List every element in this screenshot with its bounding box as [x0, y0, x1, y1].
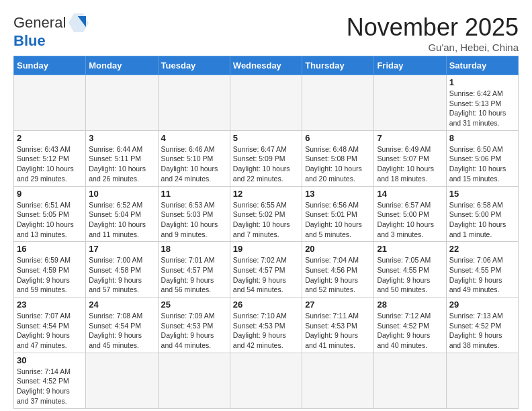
table-row: 8Sunrise: 6:50 AM Sunset: 5:06 PM Daylig…	[446, 130, 518, 186]
table-row: 23Sunrise: 7:07 AM Sunset: 4:54 PM Dayli…	[14, 298, 86, 353]
table-row	[374, 75, 446, 131]
table-row: 17Sunrise: 7:00 AM Sunset: 4:58 PM Dayli…	[86, 242, 158, 298]
table-row	[446, 353, 518, 408]
table-row: 28Sunrise: 7:12 AM Sunset: 4:52 PM Dayli…	[374, 298, 446, 353]
table-row: 14Sunrise: 6:57 AM Sunset: 5:00 PM Dayli…	[374, 186, 446, 242]
table-row: 1Sunrise: 6:42 AM Sunset: 5:13 PM Daylig…	[446, 75, 518, 131]
col-monday: Monday	[86, 56, 158, 75]
table-row: 11Sunrise: 6:53 AM Sunset: 5:03 PM Dayli…	[158, 186, 230, 242]
table-row: 4Sunrise: 6:46 AM Sunset: 5:10 PM Daylig…	[158, 130, 230, 186]
table-row: 3Sunrise: 6:44 AM Sunset: 5:11 PM Daylig…	[86, 130, 158, 186]
table-row	[158, 353, 230, 408]
table-row: 15Sunrise: 6:58 AM Sunset: 5:00 PM Dayli…	[446, 186, 518, 242]
table-row: 18Sunrise: 7:01 AM Sunset: 4:57 PM Dayli…	[158, 242, 230, 298]
table-row	[302, 353, 374, 408]
logo: General Blue	[13, 13, 89, 50]
table-row	[86, 75, 158, 131]
table-row: 9Sunrise: 6:51 AM Sunset: 5:05 PM Daylig…	[14, 186, 86, 242]
col-wednesday: Wednesday	[230, 56, 302, 75]
table-row: 10Sunrise: 6:52 AM Sunset: 5:04 PM Dayli…	[86, 186, 158, 242]
calendar-table: Sunday Monday Tuesday Wednesday Thursday…	[13, 56, 519, 409]
location: Gu'an, Hebei, China	[347, 42, 519, 53]
table-row	[230, 75, 302, 131]
table-row: 16Sunrise: 6:59 AM Sunset: 4:59 PM Dayli…	[14, 242, 86, 298]
table-row	[230, 353, 302, 408]
table-row: 29Sunrise: 7:13 AM Sunset: 4:52 PM Dayli…	[446, 298, 518, 353]
table-row: 25Sunrise: 7:09 AM Sunset: 4:53 PM Dayli…	[158, 298, 230, 353]
calendar-header-row: Sunday Monday Tuesday Wednesday Thursday…	[14, 56, 519, 75]
table-row: 20Sunrise: 7:04 AM Sunset: 4:56 PM Dayli…	[302, 242, 374, 298]
table-row: 26Sunrise: 7:10 AM Sunset: 4:53 PM Dayli…	[230, 298, 302, 353]
table-row	[14, 75, 86, 131]
logo-blue-text: Blue	[13, 32, 46, 49]
table-row	[158, 75, 230, 131]
page-header: General Blue November 2025 Gu'an, Hebei,…	[13, 13, 519, 53]
col-friday: Friday	[374, 56, 446, 75]
table-row: 5Sunrise: 6:47 AM Sunset: 5:09 PM Daylig…	[230, 130, 302, 186]
table-row	[374, 353, 446, 408]
table-row: 12Sunrise: 6:55 AM Sunset: 5:02 PM Dayli…	[230, 186, 302, 242]
col-saturday: Saturday	[446, 56, 518, 75]
table-row: 21Sunrise: 7:05 AM Sunset: 4:55 PM Dayli…	[374, 242, 446, 298]
month-title: November 2025	[347, 13, 519, 42]
logo-text: General	[13, 14, 66, 32]
table-row: 7Sunrise: 6:49 AM Sunset: 5:07 PM Daylig…	[374, 130, 446, 186]
table-row: 6Sunrise: 6:48 AM Sunset: 5:08 PM Daylig…	[302, 130, 374, 186]
col-tuesday: Tuesday	[158, 56, 230, 75]
title-block: November 2025 Gu'an, Hebei, China	[347, 13, 519, 53]
col-sunday: Sunday	[14, 56, 86, 75]
table-row: 30Sunrise: 7:14 AM Sunset: 4:52 PM Dayli…	[14, 353, 86, 408]
table-row: 13Sunrise: 6:56 AM Sunset: 5:01 PM Dayli…	[302, 186, 374, 242]
table-row: 22Sunrise: 7:06 AM Sunset: 4:55 PM Dayli…	[446, 242, 518, 298]
table-row: 19Sunrise: 7:02 AM Sunset: 4:57 PM Dayli…	[230, 242, 302, 298]
table-row	[86, 353, 158, 408]
col-thursday: Thursday	[302, 56, 374, 75]
logo-icon	[69, 13, 89, 32]
table-row: 24Sunrise: 7:08 AM Sunset: 4:54 PM Dayli…	[86, 298, 158, 353]
table-row: 27Sunrise: 7:11 AM Sunset: 4:53 PM Dayli…	[302, 298, 374, 353]
table-row	[302, 75, 374, 131]
table-row: 2Sunrise: 6:43 AM Sunset: 5:12 PM Daylig…	[14, 130, 86, 186]
